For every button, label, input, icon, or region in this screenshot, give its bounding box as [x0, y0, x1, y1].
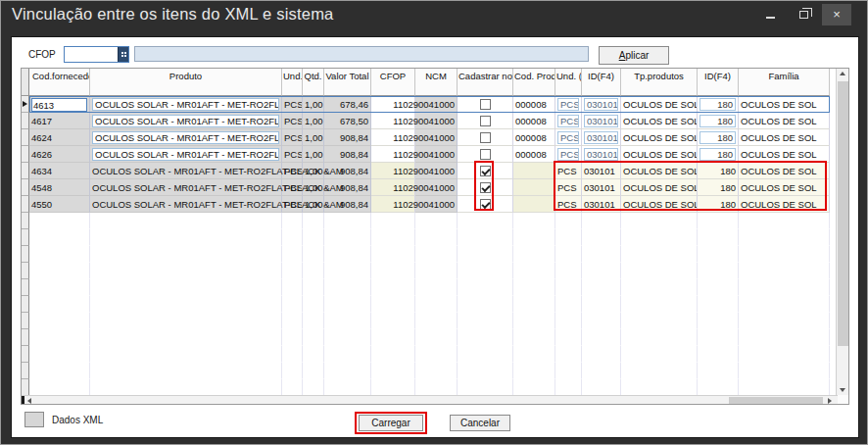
cell-produto[interactable]: OCULOS SOLAR - MR01AFT - MET-RO2FLAT-BLA… [90, 129, 282, 146]
cell-cod-prod-f4[interactable]: 000008 [513, 146, 555, 163]
scroll-up-button[interactable] [837, 69, 849, 79]
cell-familia[interactable]: OCULOS DE SOL [739, 96, 830, 113]
cell-id-f4-2[interactable]: 180 [698, 129, 739, 146]
cell-valor-total[interactable]: 678,46 [324, 96, 371, 113]
dados-xml-checkbox[interactable] [24, 412, 44, 427]
cell-cod-prod-f4[interactable]: 000008 [513, 113, 555, 129]
cell-und-f4[interactable]: PCS [555, 96, 582, 113]
horizontal-scrollbar[interactable] [22, 395, 838, 405]
cell-produto[interactable]: OCULOS SOLAR - MR01AFT - MET-RO2FLAT-BLA… [90, 113, 282, 129]
column-header-cod[interactable]: Cod.fornecedor [29, 69, 90, 96]
cell-cod-prod-f4[interactable] [513, 163, 555, 179]
column-header-produto[interactable]: Produto [90, 69, 282, 96]
cell-cod-fornecedor[interactable]: 4548 [29, 179, 90, 196]
cell-cod-prod-f4[interactable]: 000008 [513, 129, 555, 146]
cell-qtd[interactable]: 1,00 [303, 146, 324, 163]
cell-cod-prod-f4[interactable] [513, 196, 555, 213]
column-header-cadastrar_novo[interactable]: Cadastrar novo produto [458, 69, 513, 96]
cell-produto[interactable]: OCULOS SOLAR - MR01AFT - MET-RO2FLAT-BLA… [90, 146, 282, 163]
scroll-left-button[interactable] [24, 396, 36, 405]
cell-und-f4[interactable]: PCS [555, 113, 582, 129]
table-row[interactable]: 4624OCULOS SOLAR - MR01AFT - MET-RO2FLAT… [22, 129, 838, 146]
column-header-familia[interactable]: Família [739, 69, 830, 96]
cell-und-f4[interactable]: PCS [555, 163, 582, 179]
cell-id-f4-2[interactable]: 180 [698, 163, 739, 179]
scroll-right-button[interactable] [824, 396, 836, 405]
cell-familia[interactable]: OCULOS DE SOL [739, 196, 830, 213]
cell-familia[interactable]: OCULOS DE SOL [739, 129, 830, 146]
cell-ncm[interactable]: 110290041000 [415, 163, 458, 179]
column-header-ncm[interactable]: NCM [415, 69, 458, 96]
cell-produto[interactable]: OCULOS SOLAR - MR01AFT - MET-RO2FLAT-BLA… [90, 96, 282, 113]
column-header-und[interactable]: Und. [282, 69, 303, 96]
cell-produto[interactable]: OCULOS SOLAR - MR01AFT - MET-RO2FLAT-BLA… [90, 179, 282, 196]
cell-id-f4-2[interactable]: 180 [698, 179, 739, 196]
column-header-id_f4[interactable]: ID(F4) [582, 69, 621, 96]
cell-ncm[interactable]: 110290041000 [415, 129, 458, 146]
scroll-down-button[interactable] [837, 384, 849, 395]
cell-ncm[interactable]: 110290041000 [415, 179, 458, 196]
cell-valor-total[interactable]: 678,50 [324, 113, 371, 129]
cell-id-f4-2[interactable]: 180 [698, 146, 739, 163]
column-header-cfop[interactable]: CFOP [371, 69, 415, 96]
checkbox-checked[interactable] [480, 166, 491, 176]
column-header-id2_f4[interactable]: ID(F4) [698, 69, 739, 96]
row-selector[interactable] [22, 146, 29, 163]
cell-und-f4[interactable]: PCS [555, 129, 582, 146]
cell-qtd[interactable]: 1,00 [303, 96, 324, 113]
cell-cod-fornecedor[interactable]: 4550 [29, 196, 90, 213]
cell-tp-produtos[interactable]: OCULOS DE SOL [621, 129, 698, 146]
cell-und[interactable]: PCS [282, 146, 303, 163]
cell-cadastrar-novo-produto[interactable] [458, 146, 513, 163]
cell-tp-produtos[interactable]: OCULOS DE SOL [621, 196, 698, 213]
cell-cadastrar-novo-produto[interactable] [458, 196, 513, 213]
cell-familia[interactable]: OCULOS DE SOL [739, 113, 830, 129]
cell-cod-fornecedor[interactable]: 4634 [29, 163, 90, 179]
checkbox-unchecked[interactable] [480, 132, 491, 143]
row-selector[interactable] [22, 96, 29, 113]
horizontal-scroll-thumb[interactable] [729, 397, 823, 405]
table-row[interactable]: 4626OCULOS SOLAR - MR01AFT - MET-RO2FLAT… [22, 146, 838, 163]
cell-id-f4[interactable]: 030101 [582, 96, 621, 113]
restore-button[interactable] [791, 4, 816, 25]
cell-cadastrar-novo-produto[interactable] [458, 163, 513, 179]
table-row[interactable]: 4617OCULOS SOLAR - MR01AFT - MET-RO2FLAT… [22, 113, 838, 129]
cell-und-f4[interactable]: PCS [555, 196, 582, 213]
column-header-valor[interactable]: Valor Total [324, 69, 371, 96]
cell-und[interactable]: PCS [282, 96, 303, 113]
cell-familia[interactable]: OCULOS DE SOL [739, 179, 830, 196]
cell-valor-total[interactable]: 908,84 [324, 146, 371, 163]
cancelar-button[interactable]: Cancelar [450, 415, 510, 431]
cfop-description-field[interactable] [134, 46, 589, 62]
apply-button[interactable]: Aplicar [599, 46, 669, 65]
cell-familia[interactable]: OCULOS DE SOL [739, 163, 830, 179]
cell-produto[interactable]: OCULOS SOLAR - MR01AFT - MET-RO2FLAT-BLA… [90, 196, 282, 213]
cell-cod-prod-f4[interactable]: 000008 [513, 96, 555, 113]
cell-id-f4[interactable]: 030101 [582, 196, 621, 213]
cell-cod-prod-f4[interactable] [513, 179, 555, 196]
cell-id-f4[interactable]: 030101 [582, 163, 621, 179]
cell-tp-produtos[interactable]: OCULOS DE SOL [621, 96, 698, 113]
cell-qtd[interactable]: 1,00 [303, 113, 324, 129]
row-selector[interactable] [22, 163, 29, 179]
cell-cod-fornecedor[interactable]: 4624 [29, 129, 90, 146]
cell-ncm[interactable]: 110290041000 [415, 146, 458, 163]
cell-cadastrar-novo-produto[interactable] [458, 129, 513, 146]
cell-id-f4[interactable]: 030101 [582, 113, 621, 129]
row-selector[interactable] [22, 196, 29, 213]
column-header-qtd[interactable]: Qtd. [303, 69, 324, 96]
cell-id-f4[interactable]: 030101 [582, 146, 621, 163]
cell-produto[interactable]: OCULOS SOLAR - MR01AFT - MET-RO2FLAT-BLA… [90, 163, 282, 179]
cell-ncm[interactable]: 110290041000 [415, 113, 458, 129]
cell-cadastrar-novo-produto[interactable] [458, 179, 513, 196]
close-button[interactable]: × [822, 4, 851, 25]
table-row[interactable]: 4613OCULOS SOLAR - MR01AFT - MET-RO2FLAT… [22, 96, 838, 113]
cell-und-f4[interactable]: PCS [555, 179, 582, 196]
checkbox-checked[interactable] [480, 182, 491, 193]
table-row[interactable]: 4550OCULOS SOLAR - MR01AFT - MET-RO2FLAT… [22, 196, 838, 213]
checkbox-unchecked[interactable] [480, 116, 491, 126]
cell-qtd[interactable]: 1,00 [303, 129, 324, 146]
vertical-scroll-thumb[interactable] [838, 81, 848, 346]
column-header-und_f4[interactable]: Und. (F4) [555, 69, 582, 96]
cell-id-f4-2[interactable]: 180 [698, 196, 739, 213]
